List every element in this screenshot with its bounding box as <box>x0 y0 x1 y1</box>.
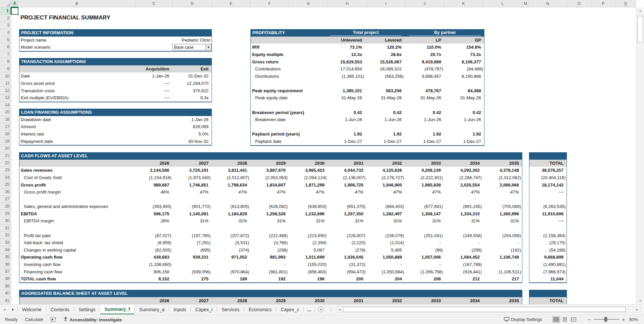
loan-label-0[interactable]: Drawdown date <box>19 116 172 123</box>
profitability-value-r1c3[interactable]: 73.3x <box>444 51 484 58</box>
page-title[interactable]: PROJECT FINANCIAL SUMMARY <box>20 14 110 21</box>
cashflow-total-value-9[interactable]: (2,158,364) <box>529 232 567 239</box>
profitability-value-r8c1[interactable] <box>365 102 405 109</box>
normal-view-icon[interactable] <box>552 316 560 323</box>
cashflow-value-r0c1[interactable]: 3,720,191 <box>172 167 212 174</box>
bs-total-column-header[interactable]: TOTAL <box>529 297 567 305</box>
cashflow-value-r4c2[interactable] <box>212 196 250 203</box>
row-header-29[interactable]: 29 <box>0 210 11 217</box>
cashflow-value-r1c0[interactable]: (1,154,918) <box>135 174 172 181</box>
cashflow-value-r8c2[interactable] <box>212 225 250 232</box>
loan-value-r1c0[interactable]: 828,069 <box>172 123 212 130</box>
transaction-value-r0c0[interactable]: 1-Jan-26 <box>135 72 172 80</box>
column-header-a[interactable]: A <box>11 0 18 7</box>
cashflow-value-r3c6[interactable]: 47% <box>366 188 405 196</box>
cashflow-value-r7c7[interactable]: 31% <box>405 217 444 225</box>
profitability-label-8[interactable] <box>251 102 326 109</box>
profitability-value-r1c0[interactable]: 12.3x <box>326 51 365 58</box>
profitability-value-r2c1[interactable]: 15,526,067 <box>365 58 405 65</box>
row-header-1[interactable]: 1 <box>0 7 11 15</box>
loan-label-1[interactable]: Amount <box>19 123 172 130</box>
cashflow-value-r4c1[interactable] <box>172 196 212 203</box>
cashflow-value-r14c3[interactable]: (981,801) <box>250 268 289 275</box>
profitability-value-r12c3[interactable]: 1.92 <box>444 130 484 138</box>
model-scenario-label[interactable]: Model scenario <box>19 44 172 51</box>
cashflow-value-r8c5[interactable] <box>328 225 366 232</box>
horizontal-scrollbar[interactable]: ◄ ► <box>336 306 641 313</box>
cashflow-value-r9c4[interactable]: (223,690) <box>289 232 328 239</box>
row-header-32[interactable]: 32 <box>0 232 11 239</box>
cashflow-value-r5c9[interactable]: (705,069) <box>483 203 522 210</box>
column-header-p[interactable]: P <box>591 0 616 7</box>
cashflow-value-r14c0[interactable]: 906,158 <box>135 268 172 275</box>
display-settings-button[interactable]: Display Settings <box>504 317 542 322</box>
cashflow-value-r15c5[interactable]: 200 <box>328 275 366 283</box>
profitability-value-r9c0[interactable]: 0.42 <box>326 109 365 116</box>
cashflow-value-r13c1[interactable]: - <box>172 261 212 268</box>
profitability-value-r12c0[interactable]: 1.92 <box>326 130 365 138</box>
cashflow-value-r1c8[interactable]: (2,266,747) <box>444 174 483 181</box>
cashflow-label-6[interactable]: EBITDA <box>19 210 135 218</box>
sheet-tab-capex_i[interactable]: Capex_i <box>191 305 217 314</box>
profitability-value-r9c1[interactable]: 0.42 <box>365 109 405 116</box>
profitability-value-r13c0[interactable]: 1-Dec-27 <box>326 138 365 145</box>
cashflow-value-r15c1[interactable]: 275 <box>172 275 212 283</box>
cashflow-value-r10c6[interactable]: (1,014) <box>366 239 405 247</box>
row-header-27[interactable]: 27 <box>0 196 11 203</box>
cashflow-value-r5c2[interactable]: (613,805) <box>212 203 250 210</box>
project-information-header[interactable]: PROJECT INFORMATION <box>19 29 212 37</box>
cashflow-value-r15c3[interactable]: 192 <box>250 275 289 283</box>
transaction-value-r2c0[interactable]: ~~ <box>135 87 172 94</box>
cashflow-value-r11c9[interactable]: (192) <box>483 247 522 254</box>
cashflow-value-r1c7[interactable]: (2,222,301) <box>405 174 444 181</box>
cashflow-value-r7c0[interactable]: 28% <box>135 217 172 225</box>
cashflow-value-r5c6[interactable]: (664,403) <box>366 203 405 210</box>
cashflow-value-r1c5[interactable]: (2,136,007) <box>328 174 366 181</box>
balance-sheet-year-2031[interactable]: 2031 <box>328 297 366 305</box>
new-sheet-button[interactable]: + <box>318 307 324 312</box>
cashflow-value-r4c6[interactable] <box>366 196 405 203</box>
page-layout-view-icon[interactable] <box>561 316 569 323</box>
cashflow-value-r5c8[interactable]: (691,245) <box>444 203 483 210</box>
cashflow-value-r1c9[interactable]: (2,312,082) <box>483 174 522 181</box>
cashflow-year-2029[interactable]: 2029 <box>250 160 289 167</box>
profitability-value-r0c3[interactable]: 154.8% <box>444 44 484 51</box>
transaction-label-0[interactable]: Date <box>19 72 135 80</box>
loan-value-r0c0[interactable]: 1-Jan-26 <box>172 116 212 123</box>
cashflow-value-r11c0[interactable]: (62,505) <box>135 247 172 254</box>
cashflow-label-13[interactable]: Investing cash flow <box>19 261 135 268</box>
cashflow-value-r1c1[interactable]: (1,973,340) <box>172 174 212 181</box>
profitability-value-r3c0[interactable]: 17,014,654 <box>326 65 365 73</box>
profitability-value-r6c2[interactable]: 478,767 <box>405 87 444 95</box>
column-header-b[interactable]: B <box>18 0 135 7</box>
cashflow-label-2[interactable]: Gross profit <box>19 181 135 188</box>
cashflow-value-r14c2[interactable]: (970,864) <box>212 268 250 275</box>
cashflow-value-r11c7[interactable]: (99) <box>405 247 444 254</box>
column-header-n[interactable]: N <box>529 0 567 7</box>
cashflow-value-r2c9[interactable]: 2,066,066 <box>483 181 522 188</box>
profitability-value-r10c2[interactable]: 1-Jun-26 <box>405 116 444 123</box>
cashflow-value-r9c5[interactable]: (228,807) <box>328 232 366 239</box>
profitability-value-r1c2[interactable]: 20.7x <box>405 51 444 58</box>
profitability-label-3[interactable]: Contributions <box>251 65 326 73</box>
cashflow-value-r10c8[interactable]: - <box>444 239 483 247</box>
cashflow-value-r12c4[interactable]: 1,011,699 <box>289 254 328 261</box>
column-header-q[interactable]: Q <box>616 0 636 7</box>
cashflow-value-r9c6[interactable]: (236,079) <box>366 232 405 239</box>
cashflow-value-r10c4[interactable]: (2,394) <box>289 239 328 247</box>
row-header-6[interactable]: 6 <box>0 44 11 51</box>
cashflow-value-r0c2[interactable]: 3,811,441 <box>212 167 250 174</box>
col-header-acquisition[interactable]: Acquisition <box>135 65 172 73</box>
cashflow-value-r7c6[interactable]: 31% <box>366 217 405 225</box>
cashflow-value-r2c2[interactable]: 1,798,634 <box>212 181 250 188</box>
cashflow-label-4[interactable] <box>19 196 135 203</box>
cashflow-value-r2c0[interactable]: 989,667 <box>135 181 172 188</box>
zoom-out-button[interactable]: − <box>586 317 592 322</box>
cashflow-value-r9c2[interactable]: (207,872) <box>212 232 250 239</box>
cashflow-value-r3c7[interactable]: 47% <box>405 188 444 196</box>
cashflow-value-r4c0[interactable] <box>135 196 172 203</box>
cashflow-value-r11c4[interactable]: 5,087 <box>289 247 328 254</box>
cashflow-value-r5c7[interactable]: (677,691) <box>405 203 444 210</box>
transaction-label-2[interactable]: Transaction costs <box>19 87 135 94</box>
column-header-o[interactable]: O <box>567 0 591 7</box>
